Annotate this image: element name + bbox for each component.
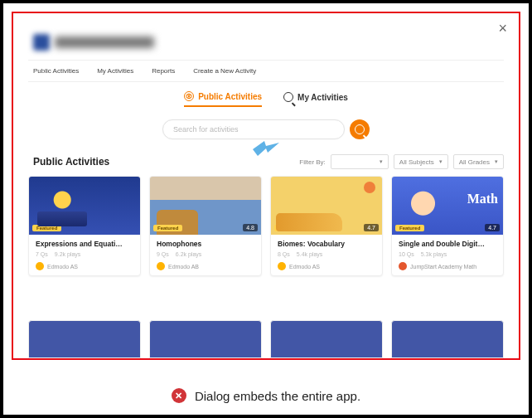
card-thumbnail: Featured 4.8 — [150, 177, 261, 235]
featured-badge: Featured — [32, 225, 61, 231]
activity-card[interactable] — [28, 320, 141, 358]
card-title: Biomes: Vocabulary — [278, 240, 375, 248]
activity-card[interactable] — [270, 320, 383, 358]
author-name: Edmodo AS — [47, 264, 78, 270]
dialog-container: × Public Activities My Activities Report… — [12, 12, 520, 360]
card-author: JumpStart Academy Math — [399, 262, 496, 270]
activity-card-row: Featured Expressions and Equati… 7 Qs 9.… — [28, 176, 504, 276]
card-rating: 4.8 — [243, 224, 258, 231]
nav-public-activities[interactable]: Public Activities — [33, 67, 79, 75]
featured-badge: Featured — [153, 225, 182, 231]
card-meta: 9 Qs 6.2k plays — [157, 251, 254, 257]
search-icon — [355, 124, 365, 134]
search-icon — [283, 92, 293, 102]
card-author: Edmodo AS — [278, 262, 375, 270]
card-play-count: 5.4k plays — [297, 251, 323, 257]
search-row: Search for activities — [13, 119, 519, 139]
author-avatar-icon — [157, 262, 165, 270]
section-title: Public Activities — [33, 156, 109, 168]
nav-my-activities[interactable]: My Activities — [97, 67, 133, 75]
error-icon: ✕ — [172, 388, 186, 403]
caption-text: Dialog embeds the entire app. — [195, 389, 360, 403]
featured-badge: Featured — [274, 225, 303, 231]
filter-bar: Filter By: ▾ All Subjects ▾ All Grades ▾ — [299, 154, 504, 169]
author-name: JumpStart Academy Math — [410, 264, 476, 270]
author-name: Edmodo AS — [289, 264, 320, 270]
chevron-down-icon: ▾ — [439, 158, 443, 165]
activity-card[interactable] — [149, 320, 262, 358]
filter-grade-dropdown[interactable]: All Grades ▾ — [453, 154, 504, 169]
card-rating: 4.7 — [485, 224, 500, 231]
card-play-count: 6.2k plays — [176, 251, 202, 257]
card-question-count: 10 Qs — [399, 251, 414, 257]
activity-card-row-partial — [28, 320, 504, 358]
card-thumbnail: Featured 4.7 — [271, 177, 382, 235]
chevron-down-icon: ▾ — [380, 158, 383, 165]
tab-my-activities[interactable]: My Activities — [283, 91, 348, 107]
nav-reports[interactable]: Reports — [152, 67, 175, 75]
card-rating: 4.7 — [364, 224, 379, 231]
featured-badge: Featured — [395, 225, 424, 231]
activity-card[interactable]: Featured 4.7 Biomes: Vocabulary 8 Qs 5.4… — [270, 176, 383, 276]
card-meta: 8 Qs 5.4k plays — [278, 251, 375, 257]
brand-logo-blurred — [33, 34, 50, 51]
activity-card[interactable]: Featured 4.8 Homophones 9 Qs 6.2k plays … — [149, 176, 262, 276]
activity-card[interactable] — [391, 320, 504, 358]
filter-subject-dropdown[interactable]: All Subjects ▾ — [394, 154, 448, 169]
filter-label: Filter By: — [299, 158, 326, 166]
activity-card[interactable]: Featured 4.7 Single and Double Digit… 10… — [391, 176, 504, 276]
dropdown-value: All Subjects — [399, 158, 434, 166]
app-brand-blurred — [33, 33, 157, 51]
tab-label: Public Activities — [198, 92, 262, 101]
search-placeholder: Search for activities — [173, 125, 239, 134]
figure-frame: × Public Activities My Activities Report… — [0, 0, 532, 418]
search-input[interactable]: Search for activities — [162, 119, 345, 139]
card-title: Expressions and Equati… — [36, 240, 133, 248]
card-question-count: 9 Qs — [157, 251, 169, 257]
tab-public-activities[interactable]: ⦿ Public Activities — [184, 91, 262, 107]
card-title: Homophones — [157, 240, 254, 248]
card-thumbnail: Featured 4.7 — [392, 177, 503, 235]
top-nav: Public Activities My Activities Reports … — [28, 60, 504, 82]
close-icon[interactable]: × — [498, 20, 507, 37]
card-author: Edmodo AB — [157, 262, 254, 270]
card-meta: 7 Qs 9.2k plays — [36, 251, 133, 257]
globe-icon: ⦿ — [184, 91, 194, 101]
chevron-down-icon: ▾ — [495, 158, 498, 165]
card-thumbnail: Featured — [29, 177, 140, 235]
tab-label: My Activities — [297, 93, 348, 102]
search-button[interactable] — [350, 119, 370, 139]
card-question-count: 8 Qs — [278, 251, 290, 257]
card-author: Edmodo AS — [36, 262, 133, 270]
card-meta: 10 Qs 5.3k plays — [399, 251, 496, 257]
activities-tabs: ⦿ Public Activities My Activities — [13, 91, 519, 107]
card-play-count: 9.2k plays — [55, 251, 81, 257]
filter-sort-dropdown[interactable]: ▾ — [331, 154, 389, 169]
dropdown-value: All Grades — [459, 158, 490, 166]
author-avatar-icon — [399, 262, 407, 270]
watermark-bird-icon — [251, 138, 281, 159]
card-question-count: 7 Qs — [36, 251, 48, 257]
author-name: Edmodo AB — [168, 264, 199, 270]
author-avatar-icon — [36, 262, 44, 270]
card-title: Single and Double Digit… — [399, 240, 496, 248]
activity-card[interactable]: Featured Expressions and Equati… 7 Qs 9.… — [28, 176, 141, 276]
figure-caption: ✕ Dialog embeds the entire app. — [3, 388, 529, 403]
brand-text-blurred — [55, 36, 154, 48]
author-avatar-icon — [278, 262, 286, 270]
card-play-count: 5.3k plays — [421, 251, 447, 257]
nav-create-new-activity[interactable]: Create a New Activity — [193, 67, 256, 75]
